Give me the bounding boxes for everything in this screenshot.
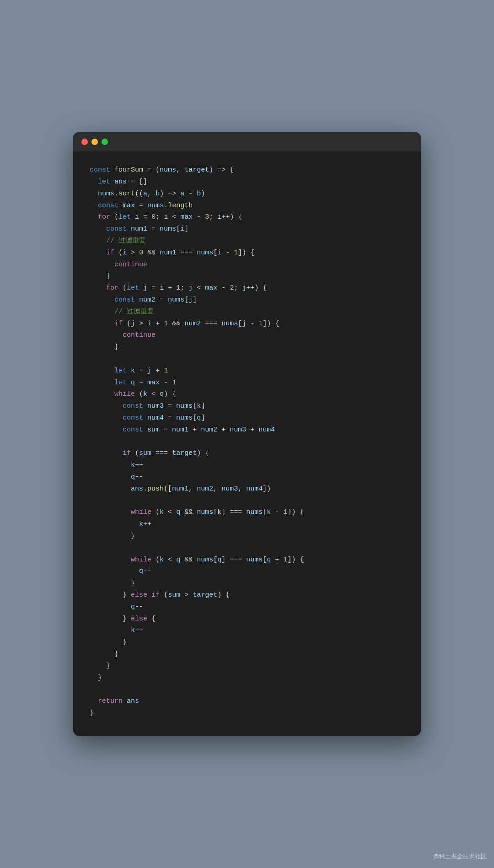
minimize-button[interactable] xyxy=(91,139,98,145)
close-button[interactable] xyxy=(81,139,88,145)
code-window: const fourSum = (nums, target) => { let … xyxy=(73,132,421,735)
code-content: const fourSum = (nums, target) => { let … xyxy=(73,151,421,735)
watermark: @稀土掘金技术社区 xyxy=(433,852,487,861)
titlebar xyxy=(73,132,421,151)
code-block: const fourSum = (nums, target) => { let … xyxy=(90,164,404,719)
maximize-button[interactable] xyxy=(102,139,108,145)
